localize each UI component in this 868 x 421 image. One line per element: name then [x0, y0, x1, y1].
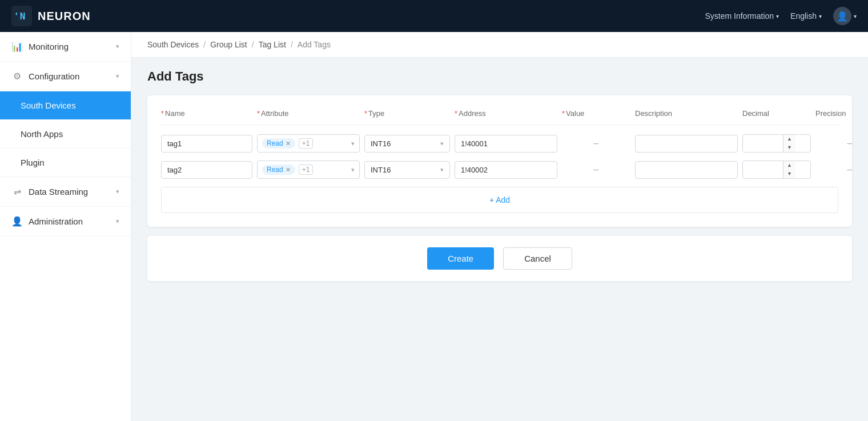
th-address: *Address	[455, 109, 557, 118]
tag2-type-chevron: ▾	[440, 166, 444, 174]
configuration-chevron: ▾	[116, 73, 119, 80]
tag1-description-input[interactable]	[635, 135, 738, 153]
content-area: Add Tags *Name *Attribute *Type *Address…	[131, 58, 868, 292]
data-streaming-icon: ⇌	[11, 186, 23, 197]
sidebar-item-monitoring[interactable]: 📊 Monitoring ▾	[0, 32, 131, 62]
tag2-address-input[interactable]	[455, 161, 557, 179]
configuration-icon: ⚙	[11, 71, 23, 82]
breadcrumb-south-devices[interactable]: South Devices	[147, 40, 199, 49]
tag2-decimal-input[interactable]	[743, 162, 783, 178]
breadcrumb-add-tags: Add Tags	[298, 40, 331, 49]
tag1-address-input[interactable]	[455, 135, 557, 153]
tag1-attr-remove[interactable]: ✕	[286, 140, 291, 147]
avatar: 👤	[833, 7, 851, 25]
tag2-description-input[interactable]	[635, 161, 738, 179]
breadcrumb-group-list[interactable]: Group List	[210, 40, 247, 49]
sidebar-label-monitoring: Monitoring	[29, 42, 69, 51]
tag1-type-chevron: ▾	[440, 140, 444, 147]
tag2-decimal-down[interactable]: ▼	[783, 170, 795, 178]
table-header: *Name *Attribute *Type *Address *Value D…	[161, 109, 838, 125]
sidebar-item-data-streaming[interactable]: ⇌ Data Streaming ▾	[0, 177, 131, 207]
administration-chevron: ▾	[116, 218, 119, 225]
avatar-icon: 👤	[837, 11, 848, 22]
tag2-name-input[interactable]	[161, 161, 252, 179]
tag1-value: –	[562, 138, 630, 149]
add-tag-button[interactable]: + Add	[161, 187, 838, 213]
tag1-attr-badge: Read ✕	[262, 138, 295, 149]
tag2-precision: –	[815, 165, 868, 175]
monitoring-chevron: ▾	[116, 43, 119, 50]
breadcrumb: South Devices / Group List / Tag List / …	[131, 32, 868, 58]
language-label: English	[790, 11, 817, 21]
tag2-decimal-arrows: ▲ ▼	[783, 161, 795, 178]
tag2-decimal-up[interactable]: ▲	[783, 161, 795, 170]
tag2-value: –	[562, 165, 630, 175]
th-attribute: *Attribute	[257, 109, 360, 118]
language-chevron: ▾	[819, 13, 822, 19]
create-button[interactable]: Create	[427, 247, 494, 270]
th-precision: Precision	[815, 109, 868, 118]
system-info-chevron: ▾	[776, 13, 779, 19]
sidebar-item-south-devices[interactable]: South Devices	[0, 91, 131, 120]
tags-card: *Name *Attribute *Type *Address *Value D…	[147, 95, 852, 227]
svg-text:'N: 'N	[14, 11, 26, 22]
breadcrumb-sep-2: /	[252, 40, 254, 49]
tag1-type-select[interactable]: INT16 ▾	[364, 135, 450, 153]
app-logo[interactable]: 'N NEURON	[11, 6, 91, 26]
th-name: *Name	[161, 109, 252, 118]
tag2-attr-plus[interactable]: +1	[299, 165, 314, 175]
tag2-type-select[interactable]: INT16 ▾	[364, 161, 450, 179]
user-menu[interactable]: 👤 ▾	[833, 7, 857, 25]
sidebar-label-administration: Administration	[29, 216, 83, 226]
tag1-decimal-down[interactable]: ▼	[783, 143, 795, 152]
sidebar-item-north-apps[interactable]: North Apps	[0, 120, 131, 149]
page-title: Add Tags	[147, 69, 852, 84]
topnav-right: System Information ▾ English ▾ 👤 ▾	[705, 7, 857, 25]
breadcrumb-tag-list[interactable]: Tag List	[259, 40, 286, 49]
system-info-menu[interactable]: System Information ▾	[705, 11, 779, 21]
layout: 📊 Monitoring ▾ ⚙ Configuration ▾ South D…	[0, 32, 868, 421]
tag1-decimal-arrows: ▲ ▼	[783, 135, 795, 152]
data-streaming-chevron: ▾	[116, 188, 119, 195]
tag2-attr-remove[interactable]: ✕	[286, 166, 291, 174]
sidebar-label-data-streaming: Data Streaming	[29, 187, 88, 197]
th-value: *Value	[562, 109, 630, 118]
tag2-attr-chevron: ▾	[351, 166, 355, 174]
cancel-button[interactable]: Cancel	[503, 247, 572, 270]
user-chevron: ▾	[854, 13, 857, 19]
sidebar-item-administration[interactable]: 👤 Administration ▾	[0, 207, 131, 236]
sidebar-label-north-apps: North Apps	[21, 129, 63, 139]
th-type: *Type	[364, 109, 450, 118]
sidebar-item-configuration[interactable]: ⚙ Configuration ▾	[0, 62, 131, 91]
tag1-attr-plus[interactable]: +1	[299, 138, 314, 149]
th-decimal: Decimal	[742, 109, 811, 118]
sidebar-item-plugin[interactable]: Plugin	[0, 149, 131, 177]
tag1-decimal-wrap: ▲ ▼	[742, 134, 811, 153]
main-content: South Devices / Group List / Tag List / …	[131, 32, 868, 421]
tag1-attr-chevron: ▾	[351, 140, 355, 147]
topnav: 'N NEURON System Information ▾ English ▾…	[0, 0, 868, 32]
tag1-decimal-input[interactable]	[743, 135, 783, 152]
tag2-decimal-wrap: ▲ ▼	[742, 161, 811, 179]
breadcrumb-sep-3: /	[291, 40, 293, 49]
sidebar-label-configuration: Configuration	[29, 71, 79, 81]
tag1-decimal-up[interactable]: ▲	[783, 135, 795, 143]
tag1-attribute-select[interactable]: Read ✕ +1 ▾	[257, 134, 360, 153]
sidebar-label-plugin: Plugin	[21, 158, 45, 167]
system-info-label: System Information	[705, 11, 774, 21]
table-row: Read ✕ +1 ▾ INT16 ▾ –	[161, 161, 838, 179]
language-menu[interactable]: English ▾	[790, 11, 822, 21]
monitoring-icon: 📊	[11, 41, 23, 52]
tag2-attribute-select[interactable]: Read ✕ +1 ▾	[257, 161, 360, 179]
actions-card: Create Cancel	[147, 236, 852, 281]
sidebar-label-south-devices: South Devices	[21, 101, 76, 110]
app-name: NEURON	[38, 10, 91, 23]
tag2-attr-badge: Read ✕	[262, 165, 295, 175]
table-row: Read ✕ +1 ▾ INT16 ▾ –	[161, 134, 838, 153]
tag1-precision: –	[815, 138, 868, 149]
breadcrumb-sep-1: /	[203, 40, 206, 49]
administration-icon: 👤	[11, 216, 23, 227]
th-description: Description	[635, 109, 738, 118]
sidebar: 📊 Monitoring ▾ ⚙ Configuration ▾ South D…	[0, 32, 131, 421]
tag1-name-input[interactable]	[161, 135, 252, 153]
